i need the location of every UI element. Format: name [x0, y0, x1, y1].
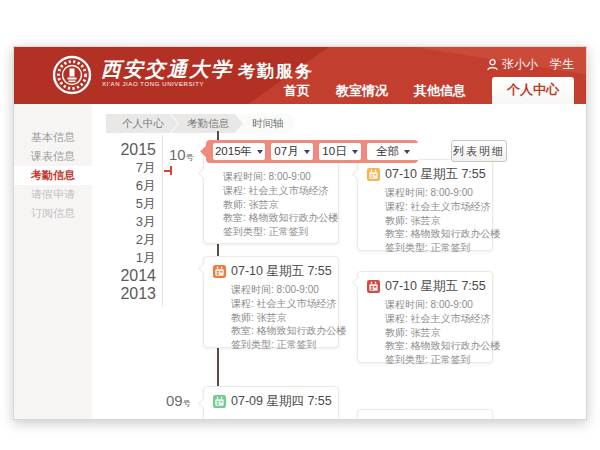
category-select-value: 全部	[376, 143, 399, 160]
day-label-10: 10号	[169, 146, 194, 163]
app-window: 西安交通大学 XI'AN JIAO TONG UNIVERSITY 考勤服务 张…	[13, 46, 587, 420]
classroom-row: 教室: 格物致知行政办公楼	[367, 339, 483, 353]
chevron-down-icon	[304, 150, 310, 154]
main-nav: 首页 教室情况 其他信息 个人中心	[284, 77, 574, 104]
nav-item-personal-center[interactable]: 个人中心	[492, 77, 574, 104]
timeline-month-6[interactable]: 6月	[72, 177, 156, 195]
card-title: 07-10 星期五 7:55	[231, 263, 332, 280]
month-select[interactable]: 07月	[271, 143, 313, 160]
category-select[interactable]: 全部	[367, 143, 419, 160]
attendance-card[interactable]: 07-10 星期五 7:55 课程时间: 8:00-9:00 课程: 社会主义市…	[203, 256, 339, 348]
chevron-down-icon	[404, 150, 410, 154]
nav-item-classrooms[interactable]: 教室情况	[336, 78, 388, 104]
day-label-09: 09号	[166, 392, 191, 409]
year-select-value: 2015年	[215, 143, 252, 160]
chevron-down-icon	[257, 150, 263, 154]
calendar-icon	[367, 168, 380, 181]
teacher-row: 教师: 张芸京	[367, 214, 483, 228]
month-select-value: 07月	[274, 143, 298, 160]
course-time-row: 课程时间: 8:00-9:00	[367, 298, 483, 312]
classroom-row: 教室: 格物致知行政办公楼	[213, 211, 329, 225]
course-row: 课程: 社会主义市场经济	[213, 297, 329, 311]
filter-bar: 2015年 07月 10日 全部	[206, 140, 418, 163]
chevron-down-icon	[352, 150, 358, 154]
university-logo-icon	[52, 55, 92, 95]
calendar-icon	[213, 265, 226, 278]
day-select[interactable]: 10日	[319, 143, 361, 160]
timeline-month-5[interactable]: 5月	[72, 195, 156, 213]
timeline-year-2015[interactable]: 2015	[72, 141, 156, 159]
timeline-month-2[interactable]: 2月	[72, 231, 156, 249]
user-name: 张小小	[502, 56, 538, 73]
attendance-card-stub[interactable]	[357, 409, 493, 420]
timeline-year-list: 2015 7月 6月 5月 3月 2月 1月 2014 2013	[72, 141, 156, 303]
course-time-row: 课程时间: 8:00-9:00	[213, 170, 329, 184]
university-name-cn: 西安交通大学	[101, 56, 233, 83]
teacher-row: 教师: 张芸京	[213, 198, 329, 212]
timeline-month-1[interactable]: 1月	[72, 249, 156, 267]
year-column-divider	[162, 135, 163, 307]
attendance-card[interactable]: 07-10 星期五 7:55 课程时间: 8:00-9:00 课程: 社会主义市…	[357, 271, 493, 363]
teacher-row: 教师: 张芸京	[213, 311, 329, 325]
timeline-year-2014[interactable]: 2014	[72, 267, 156, 285]
course-time-row: 课程时间: 8:00-9:00	[367, 186, 483, 200]
classroom-row: 教室: 格物致知行政办公楼	[367, 227, 483, 241]
breadcrumb-attendance-info[interactable]: 考勤信息	[171, 114, 243, 133]
app-header: 西安交通大学 XI'AN JIAO TONG UNIVERSITY 考勤服务 张…	[14, 47, 586, 104]
breadcrumb: 个人中心 考勤信息 时间轴	[106, 114, 298, 133]
signin-type-row: 签到类型: 正常签到	[367, 353, 483, 367]
day-select-value: 10日	[322, 143, 346, 160]
signin-type-row: 签到类型: 正常签到	[213, 338, 329, 352]
attendance-card[interactable]: 07-10 星期五 7:55 课程时间: 8:00-9:00 课程: 社会主义市…	[357, 159, 493, 251]
nav-item-other-info[interactable]: 其他信息	[414, 78, 466, 104]
timeline-month-3[interactable]: 3月	[72, 213, 156, 231]
calendar-icon	[367, 280, 380, 293]
university-name-en: XI'AN JIAO TONG UNIVERSITY	[102, 81, 204, 87]
timeline-year-2013[interactable]: 2013	[72, 285, 156, 303]
teacher-row: 教师: 张芸京	[367, 326, 483, 340]
attendance-card[interactable]: 课程时间: 8:00-9:00 课程: 社会主义市场经济 教师: 张芸京 教室:…	[203, 154, 339, 244]
card-title: 07-10 星期五 7:55	[385, 278, 486, 295]
classroom-row: 教室: 格物致知行政办公楼	[213, 324, 329, 338]
course-row: 课程: 社会主义市场经济	[367, 312, 483, 326]
calendar-icon	[213, 395, 226, 408]
user-icon	[487, 59, 498, 71]
page: 西安交通大学 XI'AN JIAO TONG UNIVERSITY 考勤服务 张…	[0, 0, 600, 450]
signin-type-row: 签到类型: 正常签到	[367, 241, 483, 255]
card-title: 07-10 星期五 7:55	[385, 166, 486, 183]
breadcrumb-timeline[interactable]: 时间轴	[236, 114, 298, 133]
user-info[interactable]: 张小小 学生	[487, 56, 574, 73]
user-role: 学生	[550, 56, 574, 73]
current-month-marker	[164, 166, 172, 175]
list-detail-button[interactable]: 列表明细	[451, 140, 507, 162]
card-title: 07-09 星期四 7:55	[231, 393, 332, 410]
nav-item-home[interactable]: 首页	[284, 78, 310, 104]
year-select[interactable]: 2015年	[213, 143, 265, 160]
course-row: 课程: 社会主义市场经济	[213, 184, 329, 198]
timeline-month-7[interactable]: 7月	[72, 159, 156, 177]
attendance-card[interactable]: 07-09 星期四 7:55	[203, 386, 339, 420]
course-time-row: 课程时间: 8:00-9:00	[213, 283, 329, 297]
course-row: 课程: 社会主义市场经济	[367, 200, 483, 214]
breadcrumb-personal-center[interactable]: 个人中心	[106, 114, 178, 133]
signin-type-row: 签到类型: 正常签到	[213, 225, 329, 239]
